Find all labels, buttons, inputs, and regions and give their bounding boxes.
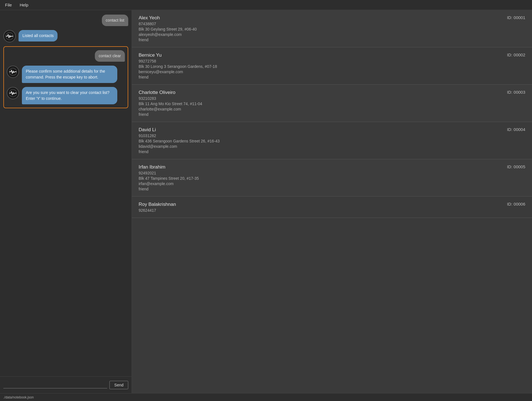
contact-category: friend	[139, 75, 217, 79]
contact-email: berniceyu@example.com	[139, 70, 217, 74]
heartbeat-icon-3	[9, 89, 17, 97]
contact-category: friend	[139, 149, 220, 154]
statusbar: ./data/notebook.json	[0, 393, 532, 401]
contact-category: friend	[139, 187, 199, 191]
contact-info: Charlotte Oliveiro93210283Blk 11 Ang Mo …	[139, 90, 202, 117]
contact-address: Blk 30 Lorong 3 Serangoon Gardens, #07-1…	[139, 64, 217, 69]
contact-phone: 92624417	[139, 208, 176, 213]
message-row-1: contact list	[3, 15, 128, 26]
contact-phone: 92492021	[139, 171, 199, 175]
contact-category: friend	[139, 38, 197, 42]
chat-area: contact list Listed all contacts	[0, 10, 132, 376]
heartbeat-icon	[6, 32, 13, 40]
contact-info: Alex Yeoh87438807Blk 30 Geylang Street 2…	[139, 15, 197, 42]
contact-id: ID: 00004	[507, 127, 525, 132]
statusbar-text: ./data/notebook.json	[3, 395, 34, 399]
user-bubble-2-text: contact clear	[99, 54, 121, 58]
left-panel: contact list Listed all contacts	[0, 10, 132, 393]
contact-id: ID: 00003	[507, 90, 525, 95]
input-area: Send	[0, 376, 132, 393]
bot-bubble-3: Are you sure you want to clear your cont…	[22, 87, 117, 104]
contact-card: Charlotte Oliveiro93210283Blk 11 Ang Mo …	[132, 85, 532, 122]
contact-info: Bernice Yu99272758Blk 30 Lorong 3 Serang…	[139, 52, 217, 79]
message-row-2: Listed all contacts	[3, 30, 128, 42]
message-row-4: Please confirm some additional details f…	[7, 66, 125, 83]
contact-address: Blk 11 Ang Mo Kio Street 74, #11-04	[139, 102, 202, 106]
message-row-5: Are you sure you want to clear your cont…	[7, 87, 125, 104]
menu-help[interactable]: Help	[18, 2, 30, 8]
user-bubble-1: contact list	[102, 15, 128, 26]
user-bubble-1-text: contact list	[106, 18, 124, 22]
contact-address: Blk 436 Serangoon Gardens Street 26, #16…	[139, 139, 220, 143]
send-button[interactable]: Send	[109, 381, 128, 389]
message-row-3: contact clear	[7, 50, 125, 62]
main-content: contact list Listed all contacts	[0, 10, 532, 393]
user-bubble-2: contact clear	[95, 50, 125, 62]
contact-name: Irfan Ibrahim	[139, 164, 199, 170]
contact-email: irfan@example.com	[139, 181, 199, 186]
contact-name: Bernice Yu	[139, 52, 217, 58]
contact-id: ID: 00002	[507, 52, 525, 57]
contacts-panel[interactable]: Alex Yeoh87438807Blk 30 Geylang Street 2…	[132, 10, 532, 393]
bot-avatar-3	[7, 87, 19, 99]
bot-bubble-2: Please confirm some additional details f…	[22, 66, 117, 83]
highlight-box: contact clear Please confirm some additi…	[3, 46, 128, 108]
contact-phone: 87438807	[139, 22, 197, 26]
contact-email: charlotte@example.com	[139, 107, 202, 111]
bot-avatar-2	[7, 66, 19, 78]
contact-name: Alex Yeoh	[139, 15, 197, 21]
contact-phone: 99272758	[139, 59, 217, 63]
contact-card: Alex Yeoh87438807Blk 30 Geylang Street 2…	[132, 10, 532, 47]
bot-bubble-2-text: Please confirm some additional details f…	[26, 69, 105, 79]
contact-info: David Li91031282Blk 436 Serangoon Garden…	[139, 127, 220, 154]
heartbeat-icon-2	[9, 68, 17, 76]
contact-address: Blk 47 Tampines Street 20, #17-35	[139, 176, 199, 181]
bot-bubble-1-text: Listed all contacts	[22, 33, 54, 38]
contact-email: lidavid@example.com	[139, 144, 220, 149]
contact-card: Bernice Yu99272758Blk 30 Lorong 3 Serang…	[132, 47, 532, 85]
contact-category: friend	[139, 112, 202, 117]
bot-bubble-3-text: Are you sure you want to clear your cont…	[26, 90, 109, 101]
contact-card: Irfan Ibrahim92492021Blk 47 Tampines Str…	[132, 159, 532, 197]
chat-input[interactable]	[3, 381, 107, 388]
contact-id: ID: 00005	[507, 164, 525, 169]
menu-file[interactable]: File	[3, 2, 13, 8]
contact-phone: 91031282	[139, 133, 220, 138]
contact-id: ID: 00001	[507, 15, 525, 20]
contact-name: David Li	[139, 127, 220, 133]
contact-card: David Li91031282Blk 436 Serangoon Garden…	[132, 122, 532, 159]
contact-email: alexyeoh@example.com	[139, 32, 197, 37]
contact-info: Irfan Ibrahim92492021Blk 47 Tampines Str…	[139, 164, 199, 191]
contact-id: ID: 00006	[507, 202, 525, 206]
bot-bubble-1: Listed all contacts	[19, 30, 58, 42]
contact-name: Roy Balakrishnan	[139, 202, 176, 207]
contact-name: Charlotte Oliveiro	[139, 90, 202, 95]
contact-card: Roy Balakrishnan92624417ID: 00006	[132, 197, 532, 218]
contact-info: Roy Balakrishnan92624417	[139, 202, 176, 213]
bot-avatar-1	[3, 30, 16, 42]
contact-phone: 93210283	[139, 96, 202, 101]
contact-address: Blk 30 Geylang Street 29, #06-40	[139, 27, 197, 31]
menubar: File Help	[0, 0, 532, 10]
